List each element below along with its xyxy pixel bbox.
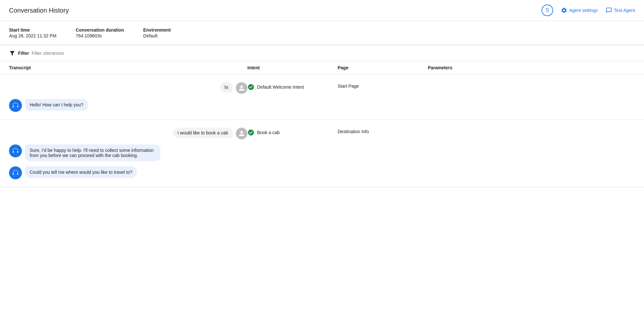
intent-name: Book a cab (257, 130, 280, 135)
table-header: Transcript Intent Page Parameters (0, 61, 644, 74)
agent-bubble: Hello! How can I help you? (25, 99, 88, 111)
agent-message-travel: Could you tell me where would you like t… (9, 166, 247, 179)
page-name: Destination Info (338, 129, 369, 134)
user-avatar: S (542, 5, 553, 16)
table-row: I would like to book a cab Sure, I'd be … (0, 120, 644, 187)
meta-start-time: Start time Aug 28, 2022 11:32 PM (9, 27, 56, 38)
col-header-parameters: Parameters (428, 65, 635, 70)
page-col-1: Start Page (338, 82, 428, 89)
col-header-transcript: Transcript (9, 65, 247, 70)
duration-label: Conversation duration (76, 27, 124, 33)
page-col-2: Destination Info (338, 128, 428, 134)
agent-settings-label: Agent settings (569, 8, 598, 13)
meta-info: Start time Aug 28, 2022 11:32 PM Convers… (0, 21, 644, 45)
col-header-intent: Intent (247, 65, 338, 70)
top-bar-actions: S Agent settings Test Agent (542, 5, 635, 16)
start-time-value: Aug 28, 2022 11:32 PM (9, 33, 56, 38)
filter-input[interactable] (32, 51, 635, 56)
meta-environment: Environment Default (143, 27, 171, 38)
intent-badge: Book a cab (247, 129, 280, 136)
agent-message-happy: Sure, I'd be happy to help. I'll need to… (9, 144, 247, 161)
intent-badge: Default Welcome Intent (247, 84, 304, 91)
test-agent-link[interactable]: Test Agent (606, 7, 635, 14)
environment-value: Default (143, 33, 171, 38)
filter-label: Filter (18, 51, 29, 56)
agent-settings-link[interactable]: Agent settings (561, 7, 598, 14)
params-col-2 (428, 128, 635, 129)
gear-icon (561, 7, 567, 14)
agent-message-hello: Hello! How can I help you? (9, 99, 247, 112)
user-bubble: hi (220, 82, 233, 93)
start-time-label: Start time (9, 27, 56, 33)
col-header-page: Page (338, 65, 428, 70)
filter-bar: Filter (0, 45, 644, 61)
agent-avatar-icon (9, 166, 22, 179)
agent-avatar-icon (9, 99, 22, 112)
user-message-hi: hi (9, 82, 247, 94)
table-row: hi Hello! How can I help you? (0, 74, 644, 120)
chat-icon (606, 7, 612, 14)
page-title: Conversation History (9, 7, 69, 14)
user-avatar-icon (236, 128, 247, 139)
intent-col-2: Book a cab (247, 128, 338, 136)
transcript-col-1: hi Hello! How can I help you? (9, 82, 247, 112)
user-message-cab: I would like to book a cab (9, 128, 247, 139)
user-avatar-icon (236, 82, 247, 94)
user-bubble: I would like to book a cab (173, 128, 233, 138)
page-name: Start Page (338, 84, 359, 89)
transcript-col-2: I would like to book a cab Sure, I'd be … (9, 128, 247, 179)
agent-avatar-icon (9, 144, 22, 157)
agent-bubble: Sure, I'd be happy to help. I'll need to… (25, 144, 160, 161)
environment-label: Environment (143, 27, 171, 33)
intent-col-1: Default Welcome Intent (247, 82, 338, 91)
meta-duration: Conversation duration 764.109603s (76, 27, 124, 38)
params-col-1 (428, 82, 635, 84)
top-bar: Conversation History S Agent settings Te… (0, 0, 644, 21)
conversation-table: Transcript Intent Page Parameters hi (0, 61, 644, 187)
test-agent-label: Test Agent (614, 8, 635, 13)
filter-icon (9, 50, 15, 56)
intent-name: Default Welcome Intent (257, 84, 304, 90)
agent-bubble: Could you tell me where would you like t… (25, 166, 137, 178)
duration-value: 764.109603s (76, 33, 124, 38)
